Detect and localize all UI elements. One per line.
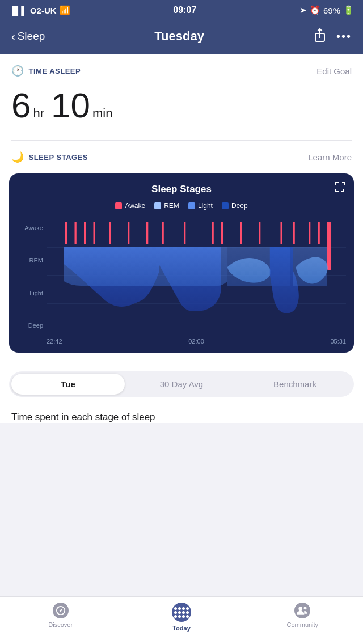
today-label: Today bbox=[172, 625, 191, 632]
section-subtitle: Time spent in each stage of sleep bbox=[0, 404, 363, 423]
today-dots bbox=[174, 607, 189, 618]
nav-item-today[interactable]: Today bbox=[121, 603, 242, 632]
page-title: Tuesday bbox=[154, 29, 204, 44]
svg-rect-10 bbox=[109, 222, 111, 244]
learn-more-button[interactable]: Learn More bbox=[308, 152, 352, 162]
x-label-mid: 02:00 bbox=[188, 338, 204, 345]
carrier-label: O2-UK bbox=[30, 6, 57, 15]
chart-svg-area bbox=[47, 219, 346, 334]
edit-goal-button[interactable]: Edit Goal bbox=[316, 66, 352, 76]
back-button[interactable]: ‹ Sleep bbox=[11, 30, 45, 43]
today-icon bbox=[172, 603, 191, 622]
chart-y-labels: Awake REM Light Deep bbox=[17, 219, 47, 334]
sleep-stages-section: 🌙 SLEEP STAGES Learn More bbox=[0, 141, 363, 173]
legend-light: Light bbox=[188, 202, 213, 210]
svg-rect-12 bbox=[146, 222, 148, 244]
legend-awake: Awake bbox=[115, 202, 145, 210]
time-asleep-section: 🕐 TIME ASLEEP Edit Goal 6 hr 10 min bbox=[0, 54, 363, 140]
location-icon: ➤ bbox=[299, 5, 307, 15]
discover-label: Discover bbox=[48, 621, 73, 628]
battery-icon: 🔋 bbox=[343, 5, 354, 15]
svg-point-27 bbox=[304, 607, 307, 609]
legend-rem-label: REM bbox=[164, 202, 179, 210]
nav-actions: ••• bbox=[314, 28, 352, 45]
share-icon[interactable] bbox=[314, 28, 326, 45]
chart-legend: Awake REM Light Deep bbox=[17, 202, 346, 210]
svg-rect-7 bbox=[75, 222, 77, 244]
legend-deep-dot bbox=[222, 202, 229, 209]
bottom-nav: Discover Today bbox=[0, 596, 363, 644]
day-selector-section: Tue 30 Day Avg Benchmark bbox=[0, 362, 363, 404]
more-icon[interactable]: ••• bbox=[336, 30, 352, 43]
chart-x-labels: 22:42 02:00 05:31 bbox=[17, 334, 346, 345]
status-left: ▐▌▌ O2-UK 📶 bbox=[9, 5, 70, 15]
svg-rect-18 bbox=[259, 222, 260, 244]
svg-rect-13 bbox=[162, 222, 164, 244]
legend-light-label: Light bbox=[198, 202, 213, 210]
svg-rect-23 bbox=[327, 222, 331, 270]
community-icon bbox=[294, 603, 310, 618]
community-label: Community bbox=[287, 621, 319, 628]
chart-body: Awake REM Light Deep bbox=[17, 219, 346, 334]
x-label-start: 22:42 bbox=[47, 338, 62, 345]
svg-marker-25 bbox=[59, 609, 62, 612]
legend-deep: Deep bbox=[222, 202, 248, 210]
status-time: 09:07 bbox=[173, 5, 196, 15]
wifi-icon: 📶 bbox=[60, 5, 70, 15]
time-display: 6 hr 10 min bbox=[11, 80, 352, 134]
y-label-light: Light bbox=[17, 290, 43, 296]
legend-deep-label: Deep bbox=[231, 202, 248, 210]
legend-light-dot bbox=[188, 202, 195, 209]
tab-benchmark[interactable]: Benchmark bbox=[238, 374, 352, 395]
alarm-icon: ⏰ bbox=[310, 5, 320, 15]
sleep-stages-header: 🌙 SLEEP STAGES Learn More bbox=[11, 151, 352, 163]
svg-rect-15 bbox=[212, 222, 214, 244]
status-right: ➤ ⏰ 69% 🔋 bbox=[299, 5, 354, 15]
signal-icon: ▐▌▌ bbox=[9, 6, 27, 15]
nav-item-community[interactable]: Community bbox=[242, 603, 363, 628]
svg-point-26 bbox=[299, 607, 303, 611]
time-asleep-header: 🕐 TIME ASLEEP Edit Goal bbox=[11, 65, 352, 77]
x-label-end: 05:31 bbox=[330, 338, 346, 345]
y-label-deep: Deep bbox=[17, 322, 43, 329]
clock-icon: 🕐 bbox=[11, 65, 24, 77]
back-label: Sleep bbox=[18, 30, 45, 43]
hours-value: 6 bbox=[11, 85, 31, 125]
day-selector: Tue 30 Day Avg Benchmark bbox=[9, 371, 354, 397]
chart-title: Sleep Stages bbox=[17, 184, 346, 195]
main-content: 🕐 TIME ASLEEP Edit Goal 6 hr 10 min 🌙 SL… bbox=[0, 54, 363, 474]
minutes-unit: min bbox=[92, 106, 112, 121]
expand-icon[interactable] bbox=[335, 181, 346, 196]
nav-item-discover[interactable]: Discover bbox=[0, 603, 121, 628]
sleep-chart: Sleep Stages Awake REM Light bbox=[9, 173, 354, 353]
svg-rect-20 bbox=[293, 222, 295, 244]
tab-tue[interactable]: Tue bbox=[11, 374, 125, 395]
svg-rect-14 bbox=[184, 222, 185, 244]
y-label-rem: REM bbox=[17, 257, 43, 264]
svg-rect-11 bbox=[128, 222, 129, 244]
legend-awake-label: Awake bbox=[125, 202, 145, 210]
status-bar: ▐▌▌ O2-UK 📶 09:07 ➤ ⏰ 69% 🔋 bbox=[0, 0, 363, 20]
svg-rect-22 bbox=[318, 222, 320, 244]
svg-rect-19 bbox=[281, 222, 282, 244]
minutes-value: 10 bbox=[51, 85, 90, 125]
sleep-stages-label: 🌙 SLEEP STAGES bbox=[11, 151, 88, 163]
svg-rect-21 bbox=[309, 222, 310, 244]
svg-rect-6 bbox=[65, 222, 67, 244]
back-chevron-icon: ‹ bbox=[11, 30, 15, 43]
y-label-awake: Awake bbox=[17, 224, 43, 231]
legend-rem: REM bbox=[154, 202, 179, 210]
moon-icon: 🌙 bbox=[11, 151, 24, 163]
svg-rect-16 bbox=[221, 222, 223, 244]
time-asleep-label: 🕐 TIME ASLEEP bbox=[11, 65, 81, 77]
legend-awake-dot bbox=[115, 202, 122, 209]
compass-icon bbox=[53, 603, 69, 618]
nav-header: ‹ Sleep Tuesday ••• bbox=[0, 20, 363, 54]
svg-rect-17 bbox=[240, 222, 242, 244]
svg-rect-9 bbox=[94, 222, 95, 244]
chart-area: Awake REM Light Deep bbox=[17, 219, 346, 345]
svg-rect-8 bbox=[84, 222, 86, 244]
tab-30day[interactable]: 30 Day Avg bbox=[125, 374, 238, 395]
legend-rem-dot bbox=[154, 202, 161, 209]
hours-unit: hr bbox=[33, 106, 44, 121]
